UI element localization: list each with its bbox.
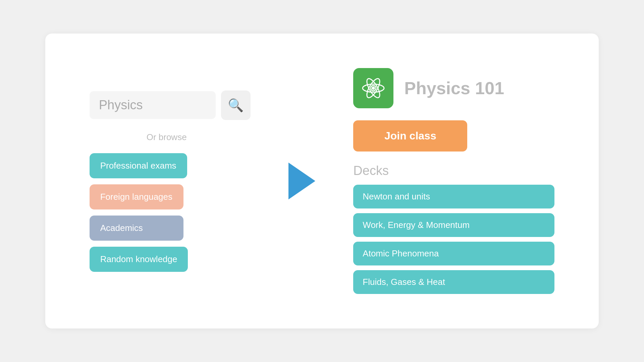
svg-point-4 <box>372 86 375 90</box>
search-input: Physics <box>99 98 143 112</box>
class-title: Physics 101 <box>404 78 504 98</box>
decks-label: Decks <box>353 164 554 178</box>
left-panel: Physics 🔍 Or browse Professional exams F… <box>90 90 251 272</box>
deck-label: Atomic Phenomena <box>363 248 439 258</box>
search-icon: 🔍 <box>228 98 244 113</box>
forward-arrow-icon <box>288 163 315 199</box>
category-random-knowledge[interactable]: Random knowledge <box>90 247 188 272</box>
arrow-divider <box>285 163 319 199</box>
search-area: Physics 🔍 <box>90 90 251 120</box>
category-professional-exams[interactable]: Professional exams <box>90 153 187 178</box>
main-container: Physics 🔍 Or browse Professional exams F… <box>45 34 599 328</box>
deck-newton-units[interactable]: Newton and units <box>353 185 554 208</box>
category-academics[interactable]: Academics <box>90 216 183 241</box>
category-foreign-languages[interactable]: Foreign languages <box>90 184 183 209</box>
join-class-label: Join class <box>384 130 436 142</box>
join-class-button[interactable]: Join class <box>353 120 467 152</box>
deck-fluids-gases[interactable]: Fluids, Gases & Heat <box>353 270 554 294</box>
class-header: Physics 101 <box>353 68 554 108</box>
deck-atomic-phenomena[interactable]: Atomic Phenomena <box>353 242 554 265</box>
deck-label: Work, Energy & Momentum <box>363 220 470 230</box>
right-panel: Physics 101 Join class Decks Newton and … <box>353 68 554 294</box>
search-button[interactable]: 🔍 <box>221 90 251 120</box>
category-label: Random knowledge <box>100 254 177 264</box>
atom-icon <box>360 75 387 102</box>
deck-work-energy[interactable]: Work, Energy & Momentum <box>353 213 554 237</box>
category-label: Professional exams <box>100 161 176 171</box>
search-input-wrapper[interactable]: Physics <box>90 91 216 119</box>
class-icon <box>353 68 393 108</box>
category-label: Academics <box>100 223 143 233</box>
deck-label: Fluids, Gases & Heat <box>363 277 445 287</box>
deck-list: Newton and units Work, Energy & Momentum… <box>353 185 554 294</box>
category-label: Foreign languages <box>100 192 172 202</box>
deck-label: Newton and units <box>363 191 430 201</box>
browse-label: Or browse <box>83 132 251 142</box>
category-list: Professional exams Foreign languages Aca… <box>90 153 251 272</box>
